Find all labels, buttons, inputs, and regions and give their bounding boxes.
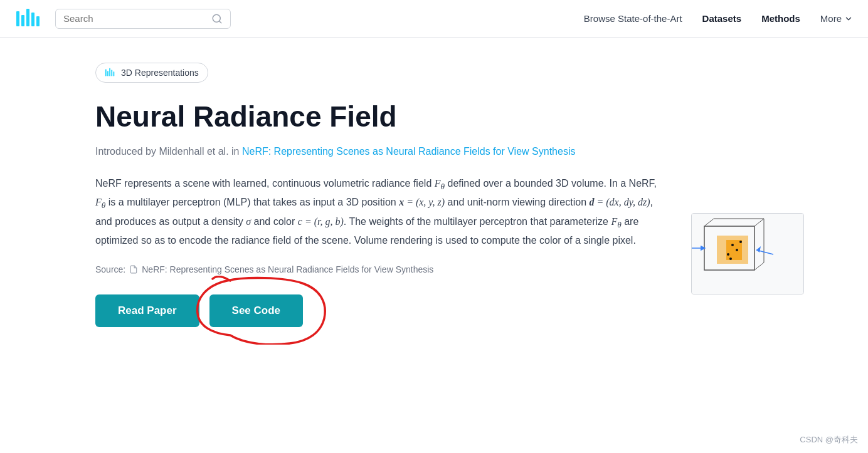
svg-rect-2 [26, 9, 29, 26]
search-container[interactable] [55, 9, 231, 29]
read-paper-button[interactable]: Read Paper [95, 294, 199, 327]
nav-more-dropdown[interactable]: More [820, 13, 853, 24]
math-f-theta-3: Fθ [611, 216, 621, 227]
svg-point-28 [729, 258, 732, 260]
nav-links: Browse State-of-the-Art Datasets Methods… [584, 13, 853, 24]
search-input[interactable] [63, 13, 206, 24]
navbar: Browse State-of-the-Art Datasets Methods… [0, 0, 868, 38]
math-f-theta-1: Fθ [435, 178, 445, 189]
intro-paper-link[interactable]: NeRF: Representing Scenes as Neural Radi… [242, 146, 576, 157]
source-line: Source: NeRF: Representing Scenes as Neu… [95, 264, 773, 274]
page-title: Neural Radiance Field [95, 100, 773, 133]
svg-point-26 [727, 253, 729, 256]
svg-point-27 [739, 241, 742, 243]
math-direction: d = (dx, dy, dz) [589, 197, 650, 207]
logo[interactable] [15, 6, 40, 31]
logo-icon [15, 6, 40, 31]
svg-rect-3 [31, 13, 34, 26]
breadcrumb-icon [105, 67, 116, 78]
svg-rect-4 [36, 16, 40, 26]
source-label: Source: [95, 264, 125, 274]
svg-rect-11 [114, 71, 115, 76]
svg-rect-10 [111, 70, 112, 76]
chevron-down-icon [844, 14, 853, 23]
breadcrumb[interactable]: 3D Representations [95, 63, 208, 83]
svg-rect-7 [105, 70, 107, 76]
intro-line: Introduced by Mildenhall et al. in NeRF:… [95, 146, 773, 157]
nav-browse-sota[interactable]: Browse State-of-the-Art [584, 13, 682, 24]
math-f-theta-2: Fθ [95, 197, 105, 207]
svg-line-6 [219, 21, 221, 23]
svg-point-24 [731, 244, 734, 246]
svg-rect-8 [107, 71, 109, 76]
source-paper-link[interactable]: NeRF: Representing Scenes as Neural Radi… [142, 264, 433, 274]
description: NeRF represents a scene with learned, co… [95, 175, 660, 250]
breadcrumb-label: 3D Representations [121, 68, 199, 78]
svg-rect-9 [109, 68, 110, 76]
math-sigma: σ [246, 216, 251, 227]
nerf-diagram [691, 213, 804, 294]
diagram-svg [692, 214, 804, 294]
search-icon [211, 13, 223, 24]
nav-methods[interactable]: Methods [761, 13, 800, 24]
document-icon [129, 265, 138, 274]
svg-rect-20 [726, 240, 742, 260]
nav-more-label: More [820, 13, 842, 24]
math-color: c = (r, g, b) [298, 216, 344, 227]
svg-rect-0 [16, 11, 19, 26]
diagram-container [685, 213, 810, 294]
math-position: x = (x, y, z) [399, 197, 445, 207]
intro-prefix: Introduced by Mildenhall et al. in [95, 146, 239, 157]
see-code-button[interactable]: See Code [209, 294, 303, 327]
svg-point-25 [736, 249, 738, 251]
main-content: 3D Representations Neural Radiance Field… [58, 38, 810, 352]
nav-datasets[interactable]: Datasets [702, 13, 742, 24]
svg-rect-1 [21, 15, 24, 26]
button-row: Read Paper See Code [95, 294, 773, 327]
